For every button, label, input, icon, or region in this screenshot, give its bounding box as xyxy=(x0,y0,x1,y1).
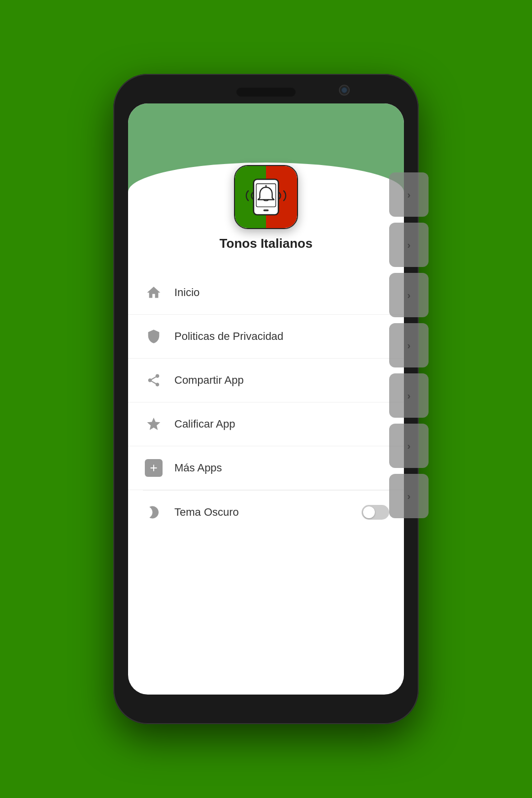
dark-theme-toggle[interactable] xyxy=(362,505,389,520)
svg-rect-3 xyxy=(264,209,269,211)
calificar-label: Calificar App xyxy=(174,418,389,431)
privacidad-label: Politicas de Privacidad xyxy=(174,330,389,343)
app-icon xyxy=(234,165,298,229)
side-card-5[interactable]: › xyxy=(389,373,429,418)
chevron-icon-1: › xyxy=(407,189,411,200)
inicio-label: Inicio xyxy=(174,286,389,299)
side-card-6[interactable]: › xyxy=(389,424,429,468)
menu-list: Inicio Politicas de Privacidad Com xyxy=(128,261,404,544)
menu-item-compartir[interactable]: Compartir App xyxy=(128,359,404,402)
home-icon xyxy=(143,282,165,303)
compartir-label: Compartir App xyxy=(174,374,389,387)
side-card-2[interactable]: › xyxy=(389,223,429,267)
chevron-icon-5: › xyxy=(407,390,411,401)
side-cards-panel: › › › › › › › xyxy=(389,172,433,518)
dark-theme-label: Tema Oscuro xyxy=(174,506,362,519)
side-card-1[interactable]: › xyxy=(389,172,429,217)
side-card-4[interactable]: › xyxy=(389,323,429,367)
plus-box-icon xyxy=(143,457,165,479)
chevron-icon-6: › xyxy=(407,440,411,452)
phone-screen: Tonos Italianos Inicio Po xyxy=(128,103,404,695)
menu-item-mas-apps[interactable]: Más Apps xyxy=(128,446,404,490)
chevron-icon-2: › xyxy=(407,239,411,251)
chevron-icon-7: › xyxy=(407,491,411,502)
shield-icon xyxy=(143,326,165,347)
menu-item-inicio[interactable]: Inicio xyxy=(128,271,404,315)
menu-item-dark-theme[interactable]: Tema Oscuro xyxy=(128,491,404,534)
mas-apps-label: Más Apps xyxy=(174,462,389,474)
camera-lens xyxy=(339,85,350,96)
menu-item-calificar[interactable]: Calificar App xyxy=(128,402,404,446)
moon-icon xyxy=(143,501,165,523)
chevron-icon-3: › xyxy=(407,290,411,301)
screen-header: Tonos Italianos xyxy=(128,103,404,261)
side-card-7[interactable]: › xyxy=(389,474,429,518)
side-card-3[interactable]: › xyxy=(389,273,429,317)
toggle-knob xyxy=(363,506,375,518)
share-icon xyxy=(143,369,165,391)
star-icon xyxy=(143,413,165,435)
menu-item-privacidad[interactable]: Politicas de Privacidad xyxy=(128,315,404,359)
phone-frame: Tonos Italianos Inicio Po xyxy=(113,74,419,724)
app-title: Tonos Italianos xyxy=(220,236,313,251)
chevron-icon-4: › xyxy=(407,340,411,351)
